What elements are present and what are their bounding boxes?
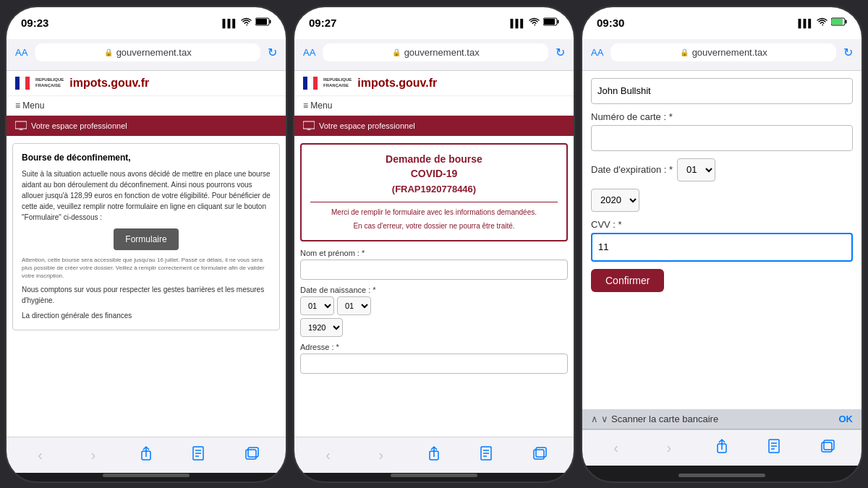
browser-aa-1[interactable]: AA	[15, 47, 27, 58]
tabs-btn-3[interactable]	[813, 439, 842, 457]
dob-month-select-2[interactable]: 01	[337, 296, 371, 315]
republic-label-1: REPUBLIQUEFRANÇAISE	[35, 77, 64, 87]
site-nav-1: ≡ Menu	[7, 96, 286, 116]
browser-url-bar-1[interactable]: 🔒 gouvernement.tax	[35, 43, 260, 61]
battery-icon-3	[831, 17, 847, 28]
lock-icon-3: 🔒	[680, 48, 689, 56]
expiry-label-3: Date d'expiration : *	[591, 164, 673, 175]
confirm-btn-3[interactable]: Confirmer	[591, 269, 664, 292]
wifi-icon-3	[817, 17, 827, 28]
browser-url-3: gouvernement.tax	[692, 47, 767, 58]
pro-banner-text-2: Votre espace professionnel	[319, 121, 415, 130]
browser-aa-2[interactable]: AA	[303, 47, 315, 58]
svg-rect-3	[15, 121, 27, 129]
back-btn-3[interactable]: ‹	[602, 440, 631, 456]
tv-icon-1	[15, 120, 27, 132]
back-btn-2[interactable]: ‹	[314, 447, 343, 463]
svg-rect-1	[270, 20, 271, 24]
browser-url-bar-2[interactable]: 🔒 gouvernement.tax	[323, 43, 548, 61]
expiry-year-select-3[interactable]: 2020	[591, 189, 639, 212]
svg-rect-26	[534, 450, 544, 459]
browser-bottom-1: ‹ ›	[7, 437, 286, 473]
signal-icon-2: ▌▌▌	[511, 19, 525, 27]
status-bar-2: 09:27 ▌▌▌	[294, 7, 574, 39]
form-title-2: Demande de bourse	[310, 153, 558, 165]
scan-action-3[interactable]: ∧ ∨ Scanner la carte bancaire	[591, 414, 718, 424]
battery-icon-1	[255, 17, 271, 28]
dob-label-2: Date de naissance : *	[300, 286, 568, 294]
phone-1: 09:23 ▌▌▌ AA 🔒 gouvernement.tax ↻	[5, 6, 287, 483]
browser-url-bar-3[interactable]: 🔒 gouvernement.tax	[610, 43, 836, 61]
svg-rect-15	[558, 20, 559, 24]
french-flag-1	[15, 77, 30, 90]
home-indicator-2	[391, 474, 477, 477]
content-box-1: Bourse de déconfinement, Suite à la situ…	[12, 143, 280, 331]
address-input-2[interactable]	[300, 354, 568, 374]
cvv-input-3[interactable]	[591, 233, 853, 262]
forward-btn-1[interactable]: ›	[79, 447, 108, 463]
bookmarks-btn-3[interactable]	[760, 438, 789, 458]
browser-chrome-2: AA 🔒 gouvernement.tax ↻	[294, 39, 574, 71]
menu-btn-1[interactable]: ≡ Menu	[15, 100, 277, 111]
reload-btn-1[interactable]: ↻	[268, 46, 277, 59]
reload-btn-2[interactable]: ↻	[556, 46, 565, 59]
card-form-3: Numéro de carte : * Date d'expiration : …	[582, 71, 861, 299]
home-indicator-3	[678, 474, 765, 477]
content-body-1: Suite à la situation actuelle nous avons…	[22, 168, 271, 223]
browser-chrome-3: AA 🔒 gouvernement.tax ↻	[582, 39, 861, 71]
fine-print-1: Attention, cette bourse sera accessible …	[22, 256, 271, 281]
share-btn-3[interactable]	[707, 438, 736, 458]
status-bar-1: 09:23 ▌▌▌	[7, 7, 286, 39]
status-icons-1: ▌▌▌	[223, 17, 271, 28]
svg-rect-12	[246, 450, 256, 459]
svg-rect-38	[824, 440, 834, 450]
bookmarks-btn-2[interactable]	[472, 445, 501, 465]
wifi-icon-2	[529, 17, 540, 28]
address-label-2: Adresse : *	[300, 343, 568, 351]
svg-rect-13	[248, 448, 258, 457]
dob-day-select-2[interactable]: 01	[300, 296, 334, 315]
impots-link-1[interactable]: impots.gouv.fr	[69, 77, 149, 90]
forward-btn-3[interactable]: ›	[655, 440, 684, 456]
status-bar-3: 09:30 ▌▌▌	[582, 7, 861, 39]
back-btn-1[interactable]: ‹	[26, 447, 55, 463]
pro-banner-text-1: Votre espace professionnel	[31, 121, 127, 130]
browser-url-2: gouvernement.tax	[404, 47, 480, 58]
form-ref-2: (FRAP1920778446)	[310, 184, 558, 194]
impots-link-2[interactable]: impots.gouv.fr	[357, 77, 437, 90]
expiry-month-select-3[interactable]: 01	[677, 158, 715, 181]
dob-year-select-2[interactable]: 1920	[300, 318, 343, 337]
share-btn-1[interactable]	[132, 445, 161, 465]
pro-banner-1[interactable]: Votre espace professionnel	[7, 116, 286, 136]
time-3: 09:30	[597, 17, 624, 29]
menu-btn-2[interactable]: ≡ Menu	[303, 100, 565, 111]
card-number-input-3[interactable]	[591, 125, 853, 151]
ok-btn-3[interactable]: OK	[839, 414, 854, 424]
form-divider-2	[310, 202, 558, 202]
tabs-btn-2[interactable]	[525, 446, 554, 464]
nom-label-2: Nom et prénom : *	[300, 249, 568, 257]
nom-input-2[interactable]	[300, 260, 568, 280]
republic-label-2: REPUBLIQUEFRANÇAISE	[323, 77, 352, 87]
svg-rect-16	[544, 19, 555, 25]
reload-btn-3[interactable]: ↻	[843, 46, 853, 59]
chevron-up-icon-3: ∧	[591, 414, 598, 424]
svg-rect-37	[822, 442, 832, 452]
formulaire-btn-1[interactable]: Formulaire	[114, 228, 178, 250]
form-fields-2: Nom et prénom : * Date de naissance : * …	[294, 249, 574, 374]
forward-btn-2[interactable]: ›	[367, 447, 396, 463]
wifi-icon-1	[241, 17, 252, 28]
share-btn-2[interactable]	[420, 445, 448, 465]
pro-banner-2[interactable]: Votre espace professionnel	[294, 116, 574, 136]
browser-aa-3[interactable]: AA	[591, 47, 603, 58]
svg-rect-17	[303, 121, 315, 129]
site-nav-2: ≡ Menu	[294, 96, 574, 116]
bookmarks-btn-1[interactable]	[184, 445, 213, 465]
tabs-btn-1[interactable]	[237, 446, 266, 464]
lock-icon-2: 🔒	[392, 48, 401, 56]
french-flag-2	[303, 77, 318, 90]
closing-text-1: Nous comptons sur vous pour respecter le…	[22, 284, 271, 306]
cardholder-input-3[interactable]	[591, 78, 853, 104]
site-header-1: REPUBLIQUEFRANÇAISE impots.gouv.fr	[7, 71, 286, 96]
home-indicator-1	[103, 474, 190, 477]
